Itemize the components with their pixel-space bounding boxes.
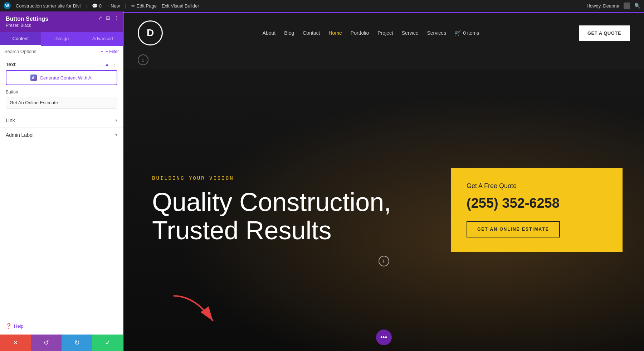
more-options-button[interactable]: ••• [376,330,392,345]
link-section-title: Link [6,117,15,123]
left-panel: Button Settings Preset: Black ⤢ ⊞ ⋮ Cont… [0,11,123,351]
search-options-row: + + Filter [0,46,123,57]
divider-line [123,12,644,13]
plus-icon: + [382,258,385,264]
maximize-icon[interactable]: ⤢ [98,15,102,21]
admin-label-header[interactable]: Admin Label ▾ [6,132,117,138]
hero-tagline: BUILDING YOUR VISION [152,175,422,181]
quote-label: Get A Free Quote [467,182,607,190]
tab-design[interactable]: Design [41,32,82,46]
site-header: D About Blog Contact Home Portfolio Proj… [123,11,644,54]
redo-icon: ↻ [74,339,80,347]
help-section[interactable]: ❓ Help [0,317,123,335]
howdy-text: Howdy, Deanna [586,3,619,9]
link-section-header[interactable]: Link ▾ [6,117,117,123]
add-button-circle[interactable]: + [379,256,389,266]
columns-icon[interactable]: ⊞ [106,15,110,21]
ai-icon: AI [30,74,37,81]
more-dots-icon: ••• [380,334,387,341]
admin-label-title: Admin Label [6,132,34,138]
button-section: Button [0,90,123,113]
site-nav: About Blog Contact Home Portfolio Projec… [163,30,579,36]
nav-about[interactable]: About [263,30,276,36]
redo-button[interactable]: ↻ [62,335,92,351]
cart-icon: 🛒 [455,30,461,36]
separator2: | [125,3,126,9]
exit-visual-builder[interactable]: Exit Visual Builder [162,3,199,9]
nav-service[interactable]: Service [402,30,419,36]
generate-ai-button[interactable]: AI Generate Content With AI [6,70,117,85]
edit-page-link[interactable]: ✏ Edit Page [131,3,157,9]
text-section-more[interactable]: ⋮ [112,62,117,67]
search-admin-icon[interactable]: 🔍 [634,3,640,9]
help-label: Help [14,323,24,329]
right-content: D About Blog Contact Home Portfolio Proj… [123,11,644,351]
hero-title: Quality Construction, Trusted Results [152,188,422,245]
history-button[interactable]: ↺ [31,335,62,351]
separator: | [86,3,87,9]
arrow-indicator [166,292,224,330]
hero-content: BUILDING YOUR VISION Quality Constructio… [123,175,451,245]
get-quote-button[interactable]: GET A QUOTE [579,25,630,41]
avatar [624,3,630,9]
button-text-input[interactable] [6,97,117,109]
nav-cart[interactable]: 🛒 0 items [455,30,479,36]
panel-header: Button Settings Preset: Black ⤢ ⊞ ⋮ [0,11,123,32]
close-button[interactable]: ✕ [0,335,31,351]
panel-preset[interactable]: Preset: Black [6,23,117,28]
quote-cta-button[interactable]: GET AN ONLINE ESTIMATE [467,221,560,237]
tab-content[interactable]: Content [0,32,41,46]
save-icon: ✓ [105,339,111,347]
search-options-input[interactable] [4,49,98,54]
wp-logo-icon: W [4,2,11,9]
search-bar-row: ⌕ [123,54,644,69]
bottom-toolbar: ✕ ↺ ↻ ✓ [0,335,123,351]
admin-label-chevron-icon: ▾ [115,133,117,138]
link-chevron-icon: ▾ [115,118,117,123]
search-symbol: ⌕ [142,57,145,63]
comment-icon: 💬 [92,3,98,9]
close-icon: ✕ [13,339,18,347]
site-logo: D [138,20,163,45]
quote-card: Get A Free Quote (255) 352-6258 GET AN O… [451,168,623,252]
hero-section: BUILDING YOUR VISION Quality Constructio… [123,69,644,351]
button-field-label: Button [6,90,117,95]
nav-project[interactable]: Project [377,30,393,36]
admin-label-section: Admin Label ▾ [0,128,123,142]
nav-contact[interactable]: Contact [303,30,320,36]
text-section-title: Text [6,62,16,67]
nav-blog[interactable]: Blog [284,30,294,36]
text-section-toggle[interactable]: ▲ [104,62,109,67]
comments-link[interactable]: 💬 0 [92,3,102,9]
hero-title-line2: Trusted Results [152,216,332,245]
quote-phone: (255) 352-6258 [467,196,607,211]
site-name[interactable]: Construction starter site for Divi [16,3,80,9]
cart-count: 0 items [463,30,479,36]
hero-title-line1: Quality Construction, [152,188,391,216]
text-section-header: Text ▲ ⋮ [0,57,123,70]
nav-portfolio[interactable]: Portfolio [351,30,369,36]
tab-advanced[interactable]: Advanced [82,32,123,46]
new-button[interactable]: + New [107,3,120,9]
pencil-icon: ✏ [131,3,135,9]
nav-services[interactable]: Services [427,30,446,36]
filter-button[interactable]: + + Filter [101,49,119,54]
history-icon: ↺ [44,339,49,347]
filter-plus-icon: + [101,49,103,54]
more-icon[interactable]: ⋮ [114,15,119,21]
panel-tabs: Content Design Advanced [0,32,123,46]
admin-bar: W Construction starter site for Divi | 💬… [0,0,644,11]
link-section: Link ▾ [0,113,123,128]
help-icon: ❓ [6,323,12,329]
site-search-icon[interactable]: ⌕ [138,54,148,65]
save-button[interactable]: ✓ [92,335,123,351]
nav-home[interactable]: Home [328,30,342,36]
arrow-svg [166,292,224,328]
